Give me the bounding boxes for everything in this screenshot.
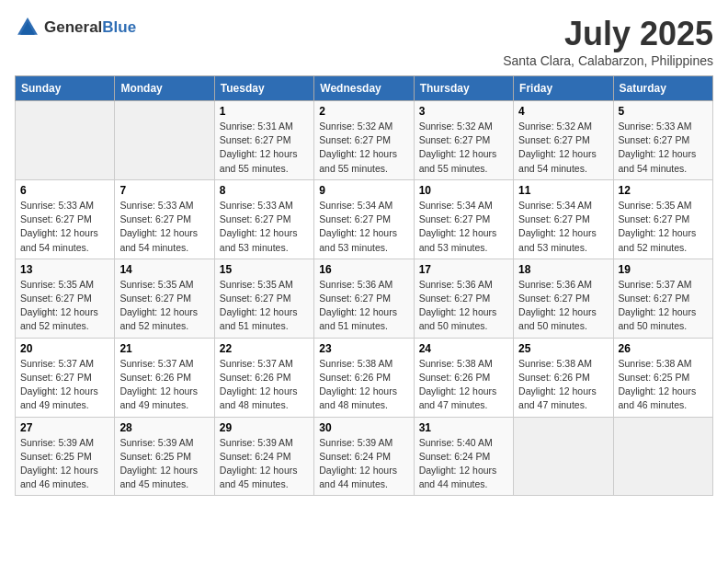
day-info: Sunrise: 5:37 AMSunset: 6:27 PMDaylight:… bbox=[20, 357, 109, 413]
day-cell bbox=[115, 101, 214, 180]
day-info: Sunrise: 5:31 AMSunset: 6:27 PMDaylight:… bbox=[220, 120, 309, 176]
day-cell: 26Sunrise: 5:38 AMSunset: 6:25 PMDayligh… bbox=[613, 338, 712, 417]
day-number: 5 bbox=[619, 105, 708, 118]
day-number: 1 bbox=[220, 105, 309, 118]
day-number: 23 bbox=[319, 342, 408, 355]
day-cell: 9Sunrise: 5:34 AMSunset: 6:27 PMDaylight… bbox=[314, 179, 414, 259]
day-cell: 13Sunrise: 5:35 AMSunset: 6:27 PMDayligh… bbox=[16, 259, 115, 338]
day-info: Sunrise: 5:37 AMSunset: 6:26 PMDaylight:… bbox=[119, 357, 209, 413]
day-info: Sunrise: 5:36 AMSunset: 6:27 PMDaylight:… bbox=[319, 278, 408, 334]
day-info: Sunrise: 5:38 AMSunset: 6:26 PMDaylight:… bbox=[319, 357, 408, 413]
day-number: 16 bbox=[319, 263, 408, 276]
day-number: 15 bbox=[220, 263, 309, 276]
title-block: July 2025 Santa Clara, Calabarzon, Phili… bbox=[503, 15, 713, 68]
week-row-1: 1Sunrise: 5:31 AMSunset: 6:27 PMDaylight… bbox=[16, 101, 713, 180]
day-number: 20 bbox=[20, 342, 109, 355]
day-cell: 28Sunrise: 5:39 AMSunset: 6:25 PMDayligh… bbox=[115, 417, 214, 496]
week-row-3: 13Sunrise: 5:35 AMSunset: 6:27 PMDayligh… bbox=[16, 259, 713, 338]
day-info: Sunrise: 5:37 AMSunset: 6:27 PMDaylight:… bbox=[619, 278, 708, 334]
day-info: Sunrise: 5:39 AMSunset: 6:24 PMDaylight:… bbox=[220, 436, 309, 492]
day-cell: 8Sunrise: 5:33 AMSunset: 6:27 PMDaylight… bbox=[214, 179, 313, 259]
day-number: 29 bbox=[220, 421, 309, 434]
day-number: 17 bbox=[419, 263, 508, 276]
day-info: Sunrise: 5:40 AMSunset: 6:24 PMDaylight:… bbox=[419, 436, 508, 492]
day-number: 12 bbox=[619, 184, 708, 197]
day-cell bbox=[613, 417, 712, 496]
day-cell: 25Sunrise: 5:38 AMSunset: 6:26 PMDayligh… bbox=[514, 338, 613, 417]
day-info: Sunrise: 5:34 AMSunset: 6:27 PMDaylight:… bbox=[518, 199, 608, 255]
day-info: Sunrise: 5:35 AMSunset: 6:27 PMDaylight:… bbox=[220, 278, 309, 334]
day-cell bbox=[16, 101, 115, 180]
day-number: 18 bbox=[518, 263, 608, 276]
day-cell: 5Sunrise: 5:33 AMSunset: 6:27 PMDaylight… bbox=[613, 101, 712, 180]
day-cell: 22Sunrise: 5:37 AMSunset: 6:26 PMDayligh… bbox=[214, 338, 313, 417]
day-info: Sunrise: 5:36 AMSunset: 6:27 PMDaylight:… bbox=[518, 278, 608, 334]
day-cell: 19Sunrise: 5:37 AMSunset: 6:27 PMDayligh… bbox=[613, 259, 712, 338]
header-row: SundayMondayTuesdayWednesdayThursdayFrid… bbox=[16, 76, 713, 101]
day-info: Sunrise: 5:38 AMSunset: 6:25 PMDaylight:… bbox=[619, 357, 708, 413]
day-cell: 17Sunrise: 5:36 AMSunset: 6:27 PMDayligh… bbox=[414, 259, 513, 338]
day-info: Sunrise: 5:38 AMSunset: 6:26 PMDaylight:… bbox=[518, 357, 608, 413]
day-number: 6 bbox=[20, 184, 109, 197]
header-cell-friday: Friday bbox=[514, 76, 613, 101]
day-number: 19 bbox=[619, 263, 708, 276]
header-cell-tuesday: Tuesday bbox=[214, 76, 313, 101]
logo-general: General bbox=[44, 18, 102, 36]
day-number: 4 bbox=[518, 105, 608, 118]
day-cell: 4Sunrise: 5:32 AMSunset: 6:27 PMDaylight… bbox=[514, 101, 613, 180]
day-cell: 24Sunrise: 5:38 AMSunset: 6:26 PMDayligh… bbox=[414, 338, 513, 417]
day-number: 28 bbox=[119, 421, 209, 434]
day-number: 11 bbox=[518, 184, 608, 197]
day-info: Sunrise: 5:33 AMSunset: 6:27 PMDaylight:… bbox=[619, 120, 708, 176]
header-cell-saturday: Saturday bbox=[613, 76, 712, 101]
day-info: Sunrise: 5:37 AMSunset: 6:26 PMDaylight:… bbox=[220, 357, 309, 413]
logo: GeneralBlue bbox=[15, 15, 136, 40]
day-number: 7 bbox=[119, 184, 209, 197]
day-info: Sunrise: 5:32 AMSunset: 6:27 PMDaylight:… bbox=[518, 120, 608, 176]
day-cell: 21Sunrise: 5:37 AMSunset: 6:26 PMDayligh… bbox=[115, 338, 214, 417]
day-number: 21 bbox=[119, 342, 209, 355]
day-info: Sunrise: 5:39 AMSunset: 6:25 PMDaylight:… bbox=[20, 436, 109, 492]
day-cell: 7Sunrise: 5:33 AMSunset: 6:27 PMDaylight… bbox=[115, 179, 214, 259]
logo-blue: Blue bbox=[102, 18, 136, 36]
location-subtitle: Santa Clara, Calabarzon, Philippines bbox=[503, 53, 713, 68]
day-number: 22 bbox=[220, 342, 309, 355]
day-info: Sunrise: 5:39 AMSunset: 6:25 PMDaylight:… bbox=[119, 436, 209, 492]
day-cell: 23Sunrise: 5:38 AMSunset: 6:26 PMDayligh… bbox=[314, 338, 414, 417]
day-info: Sunrise: 5:32 AMSunset: 6:27 PMDaylight:… bbox=[319, 120, 408, 176]
day-number: 3 bbox=[419, 105, 508, 118]
day-cell: 15Sunrise: 5:35 AMSunset: 6:27 PMDayligh… bbox=[214, 259, 313, 338]
day-cell: 3Sunrise: 5:32 AMSunset: 6:27 PMDaylight… bbox=[414, 101, 513, 180]
calendar-header: SundayMondayTuesdayWednesdayThursdayFrid… bbox=[16, 76, 713, 101]
calendar-table: SundayMondayTuesdayWednesdayThursdayFrid… bbox=[15, 75, 713, 496]
day-number: 13 bbox=[20, 263, 109, 276]
day-cell: 20Sunrise: 5:37 AMSunset: 6:27 PMDayligh… bbox=[16, 338, 115, 417]
week-row-2: 6Sunrise: 5:33 AMSunset: 6:27 PMDaylight… bbox=[16, 179, 713, 259]
day-number: 10 bbox=[419, 184, 508, 197]
day-number: 2 bbox=[319, 105, 408, 118]
logo-icon bbox=[15, 15, 40, 40]
day-info: Sunrise: 5:39 AMSunset: 6:24 PMDaylight:… bbox=[319, 436, 408, 492]
day-cell: 11Sunrise: 5:34 AMSunset: 6:27 PMDayligh… bbox=[514, 179, 613, 259]
day-info: Sunrise: 5:35 AMSunset: 6:27 PMDaylight:… bbox=[20, 278, 109, 334]
day-cell: 18Sunrise: 5:36 AMSunset: 6:27 PMDayligh… bbox=[514, 259, 613, 338]
day-info: Sunrise: 5:38 AMSunset: 6:26 PMDaylight:… bbox=[419, 357, 508, 413]
month-title: July 2025 bbox=[503, 15, 713, 53]
day-cell: 29Sunrise: 5:39 AMSunset: 6:24 PMDayligh… bbox=[214, 417, 313, 496]
day-info: Sunrise: 5:35 AMSunset: 6:27 PMDaylight:… bbox=[619, 199, 708, 255]
day-number: 9 bbox=[319, 184, 408, 197]
day-info: Sunrise: 5:33 AMSunset: 6:27 PMDaylight:… bbox=[20, 199, 109, 255]
day-cell: 30Sunrise: 5:39 AMSunset: 6:24 PMDayligh… bbox=[314, 417, 414, 496]
header-cell-monday: Monday bbox=[115, 76, 214, 101]
day-number: 27 bbox=[20, 421, 109, 434]
day-number: 14 bbox=[119, 263, 209, 276]
header-cell-thursday: Thursday bbox=[414, 76, 513, 101]
day-cell: 6Sunrise: 5:33 AMSunset: 6:27 PMDaylight… bbox=[16, 179, 115, 259]
day-number: 30 bbox=[319, 421, 408, 434]
day-info: Sunrise: 5:32 AMSunset: 6:27 PMDaylight:… bbox=[419, 120, 508, 176]
week-row-5: 27Sunrise: 5:39 AMSunset: 6:25 PMDayligh… bbox=[16, 417, 713, 496]
day-info: Sunrise: 5:33 AMSunset: 6:27 PMDaylight:… bbox=[220, 199, 309, 255]
day-cell: 16Sunrise: 5:36 AMSunset: 6:27 PMDayligh… bbox=[314, 259, 414, 338]
day-number: 26 bbox=[619, 342, 708, 355]
day-info: Sunrise: 5:34 AMSunset: 6:27 PMDaylight:… bbox=[319, 199, 408, 255]
